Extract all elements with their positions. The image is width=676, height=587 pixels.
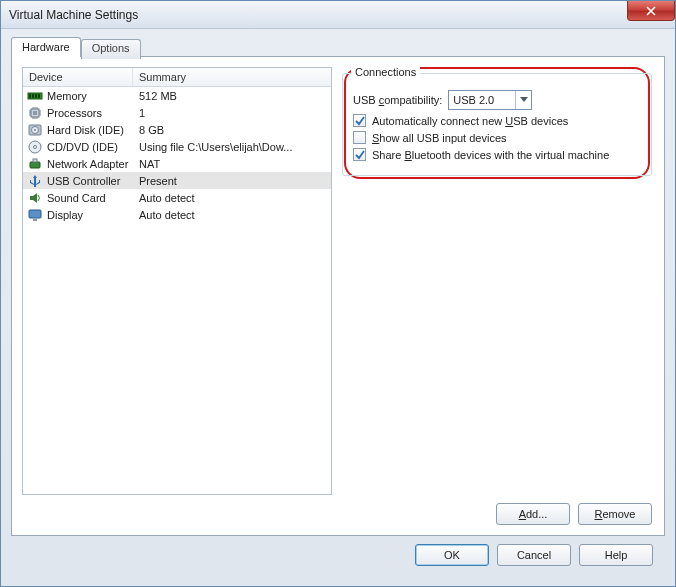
svg-rect-15 — [33, 219, 37, 221]
device-row[interactable]: Processors1 — [23, 104, 331, 121]
dialog-buttons: OK Cancel Help — [11, 536, 665, 576]
device-name: Hard Disk (IDE) — [47, 124, 124, 136]
window-title: Virtual Machine Settings — [9, 8, 138, 22]
svg-rect-12 — [30, 162, 40, 168]
cpu-icon — [27, 105, 43, 121]
usb-icon — [27, 173, 43, 189]
device-name: USB Controller — [47, 175, 120, 187]
tabstrip: Hardware Options — [11, 37, 665, 57]
device-summary: Auto detect — [133, 192, 331, 204]
device-row[interactable]: Sound CardAuto detect — [23, 189, 331, 206]
hardware-panel: Device Summary Memory512 MBProcessors1Ha… — [11, 56, 665, 536]
device-summary: 512 MB — [133, 90, 331, 102]
add-button[interactable]: Add... — [496, 503, 570, 525]
device-name: Sound Card — [47, 192, 106, 204]
client-area: Hardware Options Device Summary Memory51… — [1, 29, 675, 586]
device-list: Device Summary Memory512 MBProcessors1Ha… — [22, 67, 332, 495]
svg-rect-14 — [29, 210, 41, 218]
svg-rect-13 — [33, 159, 37, 162]
connections-group: Connections USB compatibility: USB 2.0 — [342, 73, 652, 176]
tab-label: Hardware — [22, 41, 70, 53]
device-name: CD/DVD (IDE) — [47, 141, 118, 153]
sound-icon — [27, 190, 43, 206]
disk-icon — [27, 122, 43, 138]
svg-rect-2 — [32, 94, 34, 98]
device-summary: Auto detect — [133, 209, 331, 221]
svg-point-9 — [34, 129, 36, 131]
ok-button[interactable]: OK — [415, 544, 489, 566]
chevron-down-icon — [515, 91, 531, 109]
memory-icon — [27, 88, 43, 104]
panel-buttons: Add... Remove — [22, 495, 652, 525]
device-row[interactable]: Memory512 MB — [23, 87, 331, 104]
net-icon — [27, 156, 43, 172]
checkbox-icon — [353, 114, 366, 127]
group-title: Connections — [351, 67, 420, 78]
svg-rect-6 — [33, 111, 37, 115]
display-icon — [27, 207, 43, 223]
checkbox-label: Show all USB input devices — [372, 132, 507, 144]
device-row[interactable]: CD/DVD (IDE)Using file C:\Users\elijah\D… — [23, 138, 331, 155]
tab-label: Options — [92, 42, 130, 54]
device-rows: Memory512 MBProcessors1Hard Disk (IDE)8 … — [23, 87, 331, 494]
checkbox-icon — [353, 131, 366, 144]
col-device[interactable]: Device — [23, 68, 133, 86]
cancel-button[interactable]: Cancel — [497, 544, 571, 566]
device-name: Network Adapter — [47, 158, 128, 170]
usb-compat-row: USB compatibility: USB 2.0 — [353, 90, 641, 110]
device-row[interactable]: USB ControllerPresent — [23, 172, 331, 189]
checkbox-label: Automatically connect new USB devices — [372, 115, 568, 127]
device-name: Memory — [47, 90, 87, 102]
svg-rect-3 — [35, 94, 37, 98]
usb-compat-label: USB compatibility: — [353, 94, 442, 106]
device-list-header: Device Summary — [23, 68, 331, 87]
checkbox-icon — [353, 148, 366, 161]
close-icon — [646, 6, 656, 16]
share-bluetooth-checkbox[interactable]: Share Bluetooth devices with the virtual… — [353, 148, 641, 161]
svg-rect-4 — [38, 94, 40, 98]
device-name: Display — [47, 209, 83, 221]
window: Virtual Machine Settings Hardware Option… — [0, 0, 676, 587]
device-row[interactable]: DisplayAuto detect — [23, 206, 331, 223]
tab-hardware[interactable]: Hardware — [11, 37, 81, 57]
device-summary: 1 — [133, 107, 331, 119]
combo-value: USB 2.0 — [453, 94, 494, 106]
help-button[interactable]: Help — [579, 544, 653, 566]
svg-rect-1 — [29, 94, 31, 98]
titlebar: Virtual Machine Settings — [1, 1, 675, 29]
details-pane: Connections USB compatibility: USB 2.0 — [342, 67, 652, 495]
device-row[interactable]: Hard Disk (IDE)8 GB — [23, 121, 331, 138]
close-button[interactable] — [627, 1, 675, 21]
device-summary: Present — [133, 175, 331, 187]
panel-body: Device Summary Memory512 MBProcessors1Ha… — [22, 67, 652, 495]
tab-options[interactable]: Options — [81, 39, 141, 59]
cd-icon — [27, 139, 43, 155]
show-all-checkbox[interactable]: Show all USB input devices — [353, 131, 641, 144]
auto-connect-checkbox[interactable]: Automatically connect new USB devices — [353, 114, 641, 127]
device-row[interactable]: Network AdapterNAT — [23, 155, 331, 172]
col-summary[interactable]: Summary — [133, 68, 331, 86]
svg-point-11 — [34, 145, 37, 148]
device-summary: 8 GB — [133, 124, 331, 136]
usb-compat-combo[interactable]: USB 2.0 — [448, 90, 532, 110]
device-summary: Using file C:\Users\elijah\Dow... — [133, 141, 331, 153]
device-name: Processors — [47, 107, 102, 119]
remove-button[interactable]: Remove — [578, 503, 652, 525]
device-summary: NAT — [133, 158, 331, 170]
checkbox-label: Share Bluetooth devices with the virtual… — [372, 149, 609, 161]
